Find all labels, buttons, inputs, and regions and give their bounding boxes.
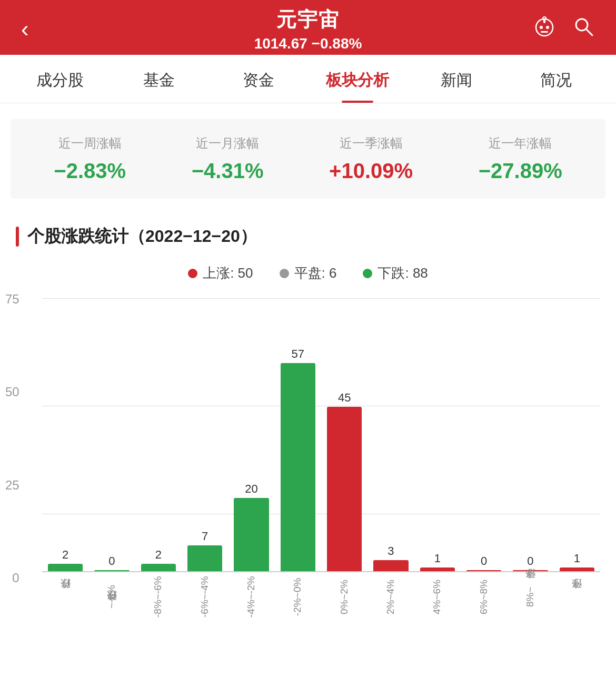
chart-inner-wrapper: 202720574531001 跌停跌停~-8%-8%~-6%-6%~-4%-4… xyxy=(42,298,600,621)
header-actions xyxy=(533,15,595,43)
robot-icon[interactable] xyxy=(533,15,556,43)
perf-week: 近一周涨幅 −2.83% xyxy=(54,135,126,183)
legend-fall: 下跌: 88 xyxy=(363,264,428,282)
x-label-text: 跌停~-8% xyxy=(105,574,118,619)
svg-point-1 xyxy=(540,26,543,29)
bar-value-label: 45 xyxy=(338,391,351,405)
bar-rect xyxy=(281,363,315,571)
bar-rect xyxy=(48,564,83,571)
bar-rect xyxy=(94,570,129,571)
x-label-item: -2%~0% xyxy=(275,574,321,621)
bar-rect xyxy=(187,545,222,571)
title-bar-decoration xyxy=(16,227,19,247)
bar-chart: 75 50 25 0 202720574531001 跌停跌停~-8%-8%~-… xyxy=(0,293,616,627)
x-label-text: 跌停 xyxy=(59,574,72,619)
tab-xinwen[interactable]: 新闻 xyxy=(407,55,506,103)
x-label-text: 0%~2% xyxy=(338,574,351,619)
performance-section: 近一周涨幅 −2.83% 近一月涨幅 −4.31% 近一季涨幅 +10.09% … xyxy=(11,119,605,199)
x-label-item: 2%~4% xyxy=(367,574,414,621)
app-header: ‹ 元宇宙 1014.67 −0.88% xyxy=(0,0,616,55)
bar-value-label: 0 xyxy=(527,554,533,568)
x-label-item: -6%~-4% xyxy=(182,574,228,621)
bar-group: 0 xyxy=(461,298,507,571)
perf-quarter-label: 近一季涨幅 xyxy=(329,135,413,152)
bar-rect xyxy=(466,570,501,571)
chart-legend: 上涨: 50 平盘: 6 下跌: 88 xyxy=(0,253,616,288)
section-title: 个股涨跌统计（2022−12−20） xyxy=(0,214,616,253)
bar-group: 3 xyxy=(367,298,414,571)
x-label-text: 涨停 xyxy=(570,574,583,619)
x-label-item: 涨停 xyxy=(554,574,600,621)
x-label-item: 4%~6% xyxy=(414,574,461,621)
tab-bankuaifenxi[interactable]: 板块分析 xyxy=(308,55,407,103)
bar-value-label: 20 xyxy=(245,482,257,496)
bar-value-label: 3 xyxy=(388,544,394,558)
perf-quarter: 近一季涨幅 +10.09% xyxy=(329,135,413,183)
bar-value-label: 57 xyxy=(292,347,304,361)
y-label-25: 25 xyxy=(5,479,19,492)
page-subtitle: 1014.67 −0.88% xyxy=(254,35,362,52)
x-label-item: -4%~-2% xyxy=(228,574,274,621)
bar-group: 45 xyxy=(321,298,367,571)
tab-zijin[interactable]: 资金 xyxy=(209,55,308,103)
header-center: 元宇宙 1014.67 −0.88% xyxy=(254,6,362,52)
perf-week-value: −2.83% xyxy=(54,159,126,183)
bar-value-label: 2 xyxy=(155,548,162,562)
perf-week-label: 近一周涨幅 xyxy=(54,135,126,152)
page-title: 元宇宙 xyxy=(254,6,362,33)
x-label-text: 2%~4% xyxy=(384,574,398,619)
bar-rect xyxy=(141,564,176,571)
legend-flat-label: 平盘: 6 xyxy=(294,264,337,282)
x-label-item: -8%~-6% xyxy=(135,574,182,621)
bar-rect xyxy=(560,567,594,571)
bar-rect xyxy=(327,407,362,571)
bars-container: 202720574531001 xyxy=(42,298,600,572)
bar-value-label: 0 xyxy=(108,554,115,568)
x-label-text: 6%~8% xyxy=(478,574,491,619)
tab-jijin[interactable]: 基金 xyxy=(110,55,208,103)
bar-group: 1 xyxy=(554,298,600,571)
x-label-text: -2%~0% xyxy=(291,574,304,619)
perf-month-label: 近一月涨幅 xyxy=(192,135,264,152)
bar-group: 1 xyxy=(414,298,461,571)
bar-group: 2 xyxy=(135,298,182,571)
x-label-text: -4%~-2% xyxy=(245,574,258,619)
bar-group: 2 xyxy=(42,298,88,571)
tab-chengfengu[interactable]: 成分股 xyxy=(11,55,110,103)
x-label-text: 8%~涨停 xyxy=(524,574,537,619)
y-axis: 75 50 25 0 xyxy=(5,293,25,584)
bar-value-label: 0 xyxy=(481,554,487,568)
bar-group: 7 xyxy=(182,298,228,571)
x-label-text: -8%~-6% xyxy=(152,574,165,619)
legend-rise-label: 上涨: 50 xyxy=(203,264,253,282)
x-label-item: 6%~8% xyxy=(461,574,507,621)
x-label-item: 8%~涨停 xyxy=(507,574,553,621)
legend-fall-label: 下跌: 88 xyxy=(377,264,428,282)
x-label-item: 跌停 xyxy=(42,574,88,621)
bar-group: 57 xyxy=(275,298,321,571)
legend-rise: 上涨: 50 xyxy=(188,264,253,282)
perf-month: 近一月涨幅 −4.31% xyxy=(192,135,264,183)
svg-line-7 xyxy=(586,29,592,35)
x-label-item: 0%~2% xyxy=(321,574,367,621)
bar-value-label: 1 xyxy=(434,552,441,565)
nav-tabs: 成分股 基金 资金 板块分析 新闻 简况 xyxy=(0,55,616,103)
legend-rise-dot xyxy=(188,269,197,278)
bar-group: 20 xyxy=(228,298,274,571)
y-label-75: 75 xyxy=(5,293,19,306)
perf-year: 近一年涨幅 −27.89% xyxy=(479,135,562,183)
search-icon[interactable] xyxy=(572,15,595,43)
tab-jiankuang[interactable]: 简况 xyxy=(506,55,605,103)
bar-value-label: 1 xyxy=(574,552,580,565)
bar-rect xyxy=(420,567,455,571)
back-button[interactable]: ‹ xyxy=(21,16,29,42)
legend-flat-dot xyxy=(280,269,289,278)
legend-fall-dot xyxy=(363,269,372,278)
x-label-item: 跌停~-8% xyxy=(88,574,135,621)
y-label-0: 0 xyxy=(12,572,19,584)
perf-month-value: −4.31% xyxy=(192,159,264,183)
legend-flat: 平盘: 6 xyxy=(280,264,337,282)
perf-year-label: 近一年涨幅 xyxy=(479,135,562,152)
bar-value-label: 2 xyxy=(62,548,68,562)
bar-rect xyxy=(373,560,408,571)
